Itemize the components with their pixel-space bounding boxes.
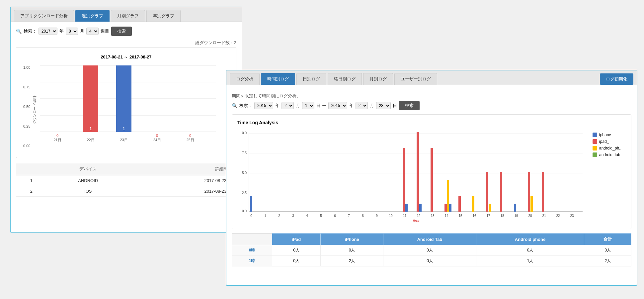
tab-time-log[interactable]: 時間別ログ <box>261 73 295 85</box>
svg-text:11: 11 <box>403 214 407 218</box>
tab-daily-log[interactable]: 日別ログ <box>296 73 326 85</box>
tab-weekly-graph[interactable]: 週別グラフ <box>75 10 110 22</box>
bar-chart-svg: 0 21日 1 22日 1 23日 0 24日 0 25日 <box>40 65 216 145</box>
svg-text:14: 14 <box>444 214 448 218</box>
android-phone-cell-0: 0人 <box>476 245 584 256</box>
y-tick-3: 0.75 <box>23 85 30 89</box>
svg-text:18: 18 <box>500 214 504 218</box>
row-device: ANDROID <box>47 175 129 186</box>
time-cell-1: 1時 <box>232 256 272 266</box>
bottom-table-row-1: 1時 0人 2人 0人 1人 2人 <box>232 256 631 266</box>
svg-text:22: 22 <box>556 214 560 218</box>
svg-rect-45 <box>514 204 516 212</box>
col-device: デバイス <box>47 163 129 175</box>
svg-text:time: time <box>413 219 421 222</box>
log-init-button[interactable]: ログ初期化 <box>600 73 633 85</box>
legend-label-android-phone: android_ph.. <box>599 146 621 150</box>
row-device: IOS <box>47 186 129 197</box>
svg-rect-31 <box>403 148 405 212</box>
left-search-bar: 🔍 検索： 2017 年 8 月 4 週目 検索 <box>16 27 236 36</box>
svg-rect-39 <box>449 204 451 212</box>
svg-text:15: 15 <box>458 214 462 218</box>
left-panel: アプリダウンロード分析 週別グラフ 月別グラフ 年別グラフ 🔍 検索： 2017… <box>10 7 242 233</box>
tab-app-download[interactable]: アプリダウンロード分析 <box>14 10 74 22</box>
svg-text:1: 1 <box>264 214 266 218</box>
svg-rect-33 <box>417 132 419 212</box>
chart-legend: iphone_ ipad_ android_ph.. android_tab_ <box>593 129 636 224</box>
svg-text:2: 2 <box>278 214 280 218</box>
col-num <box>16 163 47 175</box>
to-year-select[interactable]: 2015 <box>328 102 347 109</box>
right-search-bar: 🔍 検索： 2015 年 2 月 1 日 ー 2015 年 2 月 28 日 検… <box>232 101 631 110</box>
ipad-cell-1: 0人 <box>272 256 321 266</box>
svg-rect-44 <box>500 172 502 212</box>
row-num: 2 <box>16 186 47 197</box>
tab-monthly-log[interactable]: 月別ログ <box>363 73 393 85</box>
to-day-select[interactable]: 28 <box>376 102 391 109</box>
bottom-col-android-phone: Android phone <box>476 234 584 245</box>
svg-text:24日: 24日 <box>153 138 161 142</box>
total-downloads: 総ダウンロード数：2 <box>16 40 236 46</box>
right-search-button[interactable]: 検索 <box>399 101 420 110</box>
to-month-select[interactable]: 2 <box>356 102 368 109</box>
total-cell-1: 2人 <box>584 256 631 266</box>
bottom-col-time <box>232 234 272 245</box>
svg-rect-43 <box>489 204 491 212</box>
left-search-button[interactable]: 検索 <box>111 27 132 36</box>
svg-text:21日: 21日 <box>53 138 61 142</box>
svg-rect-11 <box>116 65 131 132</box>
svg-text:1: 1 <box>90 127 92 131</box>
svg-text:16: 16 <box>472 214 476 218</box>
month-select[interactable]: 8 <box>66 28 78 35</box>
svg-rect-37 <box>444 204 447 212</box>
y-axis-label: ダウンロード総計 <box>32 95 37 125</box>
svg-text:0: 0 <box>156 134 158 138</box>
svg-text:6: 6 <box>334 214 336 218</box>
time-cell-0: 0時 <box>232 245 272 256</box>
tab-log-analysis[interactable]: ログ分析 <box>230 73 260 85</box>
left-tab-bar: アプリダウンロード分析 週別グラフ 月別グラフ 年別グラフ <box>11 7 242 22</box>
svg-text:5: 5 <box>320 214 322 218</box>
bottom-col-iphone: iPhone <box>320 234 383 245</box>
android-tab-cell-1: 0人 <box>383 256 476 266</box>
row-num: 1 <box>16 175 47 186</box>
bottom-col-total: 合計 <box>584 234 631 245</box>
svg-text:22日: 22日 <box>87 138 94 142</box>
tab-weekday-log[interactable]: 曜日別ログ <box>328 73 362 85</box>
svg-text:19: 19 <box>514 214 518 218</box>
svg-rect-35 <box>431 148 433 212</box>
year-select[interactable]: 2017 <box>39 28 57 35</box>
tab-yearly-graph[interactable]: 年別グラフ <box>146 10 181 22</box>
svg-text:7.5: 7.5 <box>242 151 247 155</box>
legend-label-android-tab: android_tab_ <box>599 152 622 157</box>
ipad-cell-0: 0人 <box>272 245 321 256</box>
svg-text:9: 9 <box>376 214 378 218</box>
svg-text:0: 0 <box>56 134 58 138</box>
from-year-select[interactable]: 2015 <box>254 102 273 109</box>
row-time: 2017-08-22 13 <box>129 175 236 186</box>
week-select[interactable]: 4 <box>86 28 99 35</box>
y-tick-2: 0.50 <box>23 105 30 109</box>
legend-color-android-phone <box>593 146 597 150</box>
time-chart-title: Time Log Analysis <box>237 120 626 125</box>
tab-user-log[interactable]: ユーザー別ログ <box>394 73 437 85</box>
from-day-select[interactable]: 1 <box>302 102 314 109</box>
left-panel-content: 🔍 検索： 2017 年 8 月 4 週目 検索 総ダウンロード数：2 2017… <box>11 22 242 201</box>
svg-text:17: 17 <box>486 214 490 218</box>
svg-rect-30 <box>250 196 252 212</box>
svg-text:3: 3 <box>292 214 294 218</box>
time-chart-svg-wrap: 10.0 7.5 5.0 2.5 0.0 <box>237 129 586 224</box>
tab-monthly-graph[interactable]: 月別グラフ <box>111 10 145 22</box>
bottom-col-android-tab: Android Tab <box>383 234 476 245</box>
iphone-cell-1: 2人 <box>320 256 383 266</box>
legend-label-ipad: ipad_ <box>599 139 609 144</box>
legend-color-android-tab <box>593 152 597 157</box>
bottom-table-row-0: 0時 0人 0人 0人 0人 0人 <box>232 245 631 256</box>
svg-text:0: 0 <box>250 214 252 218</box>
from-month-select[interactable]: 2 <box>282 102 294 109</box>
svg-text:13: 13 <box>431 214 435 218</box>
right-tabs: ログ分析 時間別ログ 日別ログ 曜日別ログ 月別ログ ユーザー別ログ <box>230 73 437 85</box>
svg-text:7: 7 <box>348 214 350 218</box>
svg-rect-32 <box>405 204 408 212</box>
svg-rect-40 <box>458 196 461 212</box>
